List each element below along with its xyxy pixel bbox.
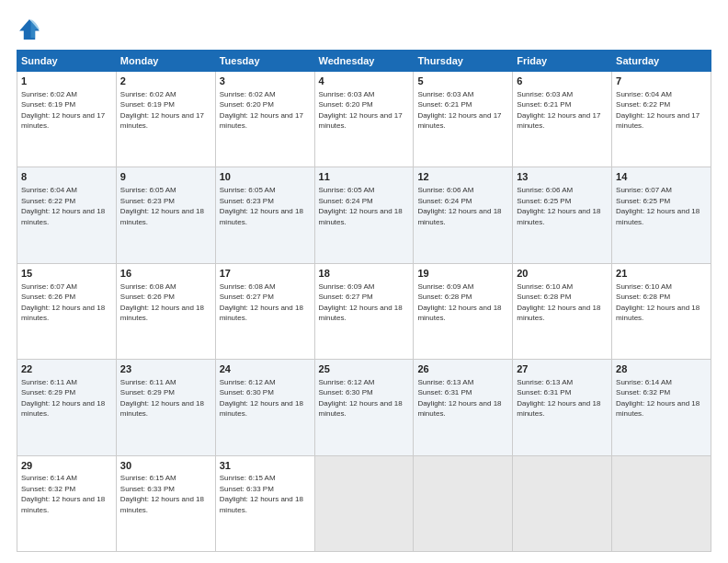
day-number: 23 <box>120 362 211 376</box>
day-info: Sunrise: 6:03 AMSunset: 6:21 PMDaylight:… <box>517 90 600 130</box>
calendar-header-row: SundayMondayTuesdayWednesdayThursdayFrid… <box>17 51 711 72</box>
calendar-table: SundayMondayTuesdayWednesdayThursdayFrid… <box>17 50 711 552</box>
day-info: Sunrise: 6:07 AMSunset: 6:26 PMDaylight:… <box>21 282 105 322</box>
col-header-wednesday: Wednesday <box>314 51 414 72</box>
day-number: 7 <box>616 75 707 88</box>
day-info: Sunrise: 6:03 AMSunset: 6:20 PMDaylight:… <box>319 90 403 130</box>
calendar-cell: 26 Sunrise: 6:13 AMSunset: 6:31 PMDaylig… <box>414 360 513 455</box>
day-info: Sunrise: 6:13 AMSunset: 6:31 PMDaylight:… <box>417 378 501 418</box>
calendar-week-4: 22 Sunrise: 6:11 AMSunset: 6:29 PMDaylig… <box>17 360 711 455</box>
day-info: Sunrise: 6:05 AMSunset: 6:23 PMDaylight:… <box>120 186 204 225</box>
calendar-cell <box>612 455 711 551</box>
day-number: 21 <box>616 267 707 281</box>
day-info: Sunrise: 6:15 AMSunset: 6:33 PMDaylight:… <box>220 474 303 513</box>
calendar-cell: 29 Sunrise: 6:14 AMSunset: 6:32 PMDaylig… <box>17 455 117 551</box>
day-number: 28 <box>616 362 707 376</box>
calendar-cell: 8 Sunrise: 6:04 AMSunset: 6:22 PMDayligh… <box>17 167 117 263</box>
page: SundayMondayTuesdayWednesdayThursdayFrid… <box>0 0 728 563</box>
calendar-cell: 9 Sunrise: 6:05 AMSunset: 6:23 PMDayligh… <box>116 167 215 263</box>
calendar-cell: 12 Sunrise: 6:06 AMSunset: 6:24 PMDaylig… <box>414 167 513 263</box>
calendar-cell <box>513 455 612 551</box>
day-info: Sunrise: 6:05 AMSunset: 6:24 PMDaylight:… <box>319 186 403 225</box>
calendar-week-2: 8 Sunrise: 6:04 AMSunset: 6:22 PMDayligh… <box>17 167 711 263</box>
day-info: Sunrise: 6:03 AMSunset: 6:21 PMDaylight:… <box>417 90 501 130</box>
calendar-cell: 5 Sunrise: 6:03 AMSunset: 6:21 PMDayligh… <box>414 72 513 167</box>
calendar-cell: 13 Sunrise: 6:06 AMSunset: 6:25 PMDaylig… <box>513 167 612 263</box>
day-number: 27 <box>517 362 608 376</box>
calendar-cell: 7 Sunrise: 6:04 AMSunset: 6:22 PMDayligh… <box>612 72 711 167</box>
calendar-cell: 27 Sunrise: 6:13 AMSunset: 6:31 PMDaylig… <box>513 360 612 455</box>
day-info: Sunrise: 6:02 AMSunset: 6:19 PMDaylight:… <box>21 90 105 130</box>
day-number: 29 <box>21 459 112 473</box>
day-info: Sunrise: 6:02 AMSunset: 6:19 PMDaylight:… <box>120 90 204 130</box>
calendar-cell: 30 Sunrise: 6:15 AMSunset: 6:33 PMDaylig… <box>116 455 215 551</box>
logo-icon <box>17 17 42 42</box>
day-info: Sunrise: 6:08 AMSunset: 6:27 PMDaylight:… <box>220 282 303 322</box>
day-number: 18 <box>319 267 410 281</box>
day-number: 15 <box>21 267 112 281</box>
day-number: 16 <box>120 267 211 281</box>
calendar-cell: 6 Sunrise: 6:03 AMSunset: 6:21 PMDayligh… <box>513 72 612 167</box>
day-info: Sunrise: 6:12 AMSunset: 6:30 PMDaylight:… <box>319 378 403 418</box>
calendar-cell: 31 Sunrise: 6:15 AMSunset: 6:33 PMDaylig… <box>215 455 314 551</box>
day-info: Sunrise: 6:07 AMSunset: 6:25 PMDaylight:… <box>616 186 700 225</box>
calendar-cell: 14 Sunrise: 6:07 AMSunset: 6:25 PMDaylig… <box>612 167 711 263</box>
col-header-tuesday: Tuesday <box>215 51 314 72</box>
day-number: 3 <box>220 75 311 88</box>
day-number: 31 <box>220 459 311 473</box>
calendar-cell: 2 Sunrise: 6:02 AMSunset: 6:19 PMDayligh… <box>116 72 215 167</box>
calendar-week-1: 1 Sunrise: 6:02 AMSunset: 6:19 PMDayligh… <box>17 72 711 167</box>
col-header-saturday: Saturday <box>612 51 711 72</box>
day-info: Sunrise: 6:11 AMSunset: 6:29 PMDaylight:… <box>21 378 105 418</box>
day-info: Sunrise: 6:04 AMSunset: 6:22 PMDaylight:… <box>21 186 105 225</box>
calendar-cell <box>314 455 414 551</box>
day-info: Sunrise: 6:05 AMSunset: 6:23 PMDaylight:… <box>220 186 303 225</box>
day-number: 8 <box>21 170 112 184</box>
day-number: 13 <box>517 170 608 184</box>
calendar-cell: 25 Sunrise: 6:12 AMSunset: 6:30 PMDaylig… <box>314 360 414 455</box>
day-info: Sunrise: 6:06 AMSunset: 6:24 PMDaylight:… <box>417 186 501 225</box>
calendar-cell: 16 Sunrise: 6:08 AMSunset: 6:26 PMDaylig… <box>116 263 215 359</box>
day-info: Sunrise: 6:12 AMSunset: 6:30 PMDaylight:… <box>220 378 303 418</box>
calendar-cell: 17 Sunrise: 6:08 AMSunset: 6:27 PMDaylig… <box>215 263 314 359</box>
header <box>17 17 711 42</box>
day-number: 5 <box>417 75 508 88</box>
day-info: Sunrise: 6:15 AMSunset: 6:33 PMDaylight:… <box>120 474 204 513</box>
calendar-cell: 18 Sunrise: 6:09 AMSunset: 6:27 PMDaylig… <box>314 263 414 359</box>
day-info: Sunrise: 6:02 AMSunset: 6:20 PMDaylight:… <box>220 90 303 130</box>
col-header-monday: Monday <box>116 51 215 72</box>
day-number: 6 <box>517 75 608 88</box>
calendar-cell: 23 Sunrise: 6:11 AMSunset: 6:29 PMDaylig… <box>116 360 215 455</box>
calendar-cell: 4 Sunrise: 6:03 AMSunset: 6:20 PMDayligh… <box>314 72 414 167</box>
col-header-friday: Friday <box>513 51 612 72</box>
calendar-cell: 19 Sunrise: 6:09 AMSunset: 6:28 PMDaylig… <box>414 263 513 359</box>
calendar-cell: 3 Sunrise: 6:02 AMSunset: 6:20 PMDayligh… <box>215 72 314 167</box>
day-number: 10 <box>220 170 311 184</box>
day-info: Sunrise: 6:10 AMSunset: 6:28 PMDaylight:… <box>517 282 600 322</box>
calendar-cell: 28 Sunrise: 6:14 AMSunset: 6:32 PMDaylig… <box>612 360 711 455</box>
calendar-cell: 10 Sunrise: 6:05 AMSunset: 6:23 PMDaylig… <box>215 167 314 263</box>
day-number: 22 <box>21 362 112 376</box>
day-number: 2 <box>120 75 211 88</box>
day-number: 30 <box>120 459 211 473</box>
day-info: Sunrise: 6:04 AMSunset: 6:22 PMDaylight:… <box>616 90 700 130</box>
day-number: 14 <box>616 170 707 184</box>
day-info: Sunrise: 6:10 AMSunset: 6:28 PMDaylight:… <box>616 282 700 322</box>
day-number: 19 <box>417 267 508 281</box>
day-info: Sunrise: 6:08 AMSunset: 6:26 PMDaylight:… <box>120 282 204 322</box>
day-number: 25 <box>319 362 410 376</box>
calendar-week-3: 15 Sunrise: 6:07 AMSunset: 6:26 PMDaylig… <box>17 263 711 359</box>
logo <box>17 17 46 42</box>
day-number: 11 <box>319 170 410 184</box>
day-number: 4 <box>319 75 410 88</box>
calendar-cell <box>414 455 513 551</box>
calendar-cell: 24 Sunrise: 6:12 AMSunset: 6:30 PMDaylig… <box>215 360 314 455</box>
day-number: 17 <box>220 267 311 281</box>
day-info: Sunrise: 6:09 AMSunset: 6:28 PMDaylight:… <box>417 282 501 322</box>
calendar-cell: 21 Sunrise: 6:10 AMSunset: 6:28 PMDaylig… <box>612 263 711 359</box>
calendar-week-5: 29 Sunrise: 6:14 AMSunset: 6:32 PMDaylig… <box>17 455 711 551</box>
day-info: Sunrise: 6:14 AMSunset: 6:32 PMDaylight:… <box>616 378 700 418</box>
calendar-cell: 22 Sunrise: 6:11 AMSunset: 6:29 PMDaylig… <box>17 360 117 455</box>
day-number: 9 <box>120 170 211 184</box>
day-number: 26 <box>417 362 508 376</box>
